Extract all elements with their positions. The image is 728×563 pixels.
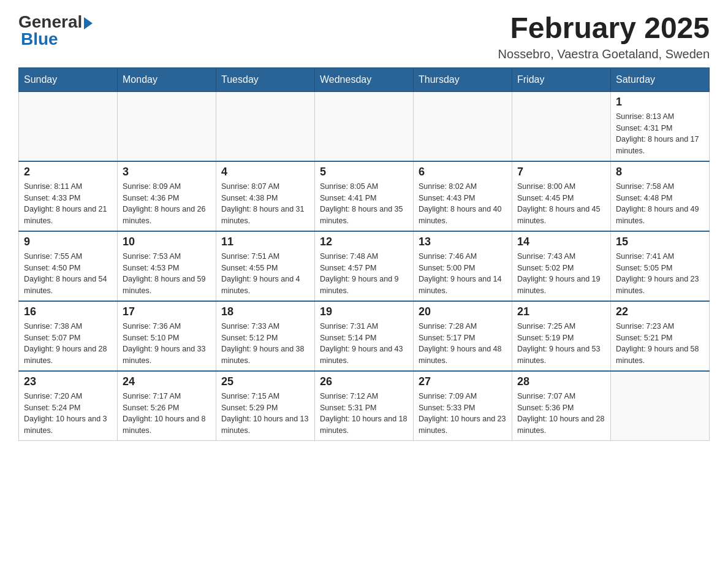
day-number: 18 xyxy=(221,305,309,318)
day-sun-info: Sunrise: 8:13 AMSunset: 4:31 PMDaylight:… xyxy=(616,111,704,157)
calendar-day-cell: 28Sunrise: 7:07 AMSunset: 5:36 PMDayligh… xyxy=(512,371,611,441)
day-number: 3 xyxy=(123,166,211,178)
calendar-day-cell: 5Sunrise: 8:05 AMSunset: 4:41 PMDaylight… xyxy=(315,161,414,231)
calendar-day-cell: 17Sunrise: 7:36 AMSunset: 5:10 PMDayligh… xyxy=(118,301,216,371)
calendar-day-cell: 22Sunrise: 7:23 AMSunset: 5:21 PMDayligh… xyxy=(611,301,710,371)
page-header: General Blue February 2025 Nossebro, Vae… xyxy=(18,12,710,61)
calendar-day-cell xyxy=(315,91,414,161)
day-number: 5 xyxy=(320,166,408,178)
day-number: 4 xyxy=(221,166,309,178)
calendar-day-cell: 8Sunrise: 7:58 AMSunset: 4:48 PMDaylight… xyxy=(611,161,710,231)
day-number: 9 xyxy=(24,236,112,248)
month-title: February 2025 xyxy=(498,12,710,45)
day-number: 20 xyxy=(419,305,507,318)
day-sun-info: Sunrise: 7:07 AMSunset: 5:36 PMDaylight:… xyxy=(517,391,605,437)
day-sun-info: Sunrise: 7:58 AMSunset: 4:48 PMDaylight:… xyxy=(616,181,704,227)
weekday-header-friday: Friday xyxy=(512,67,611,91)
calendar-day-cell: 10Sunrise: 7:53 AMSunset: 4:53 PMDayligh… xyxy=(118,231,216,301)
logo-arrow-icon xyxy=(84,17,93,29)
day-sun-info: Sunrise: 7:38 AMSunset: 5:07 PMDaylight:… xyxy=(24,321,112,367)
day-sun-info: Sunrise: 7:15 AMSunset: 5:29 PMDaylight:… xyxy=(221,391,309,437)
day-number: 26 xyxy=(320,375,408,388)
calendar-header-row: SundayMondayTuesdayWednesdayThursdayFrid… xyxy=(19,67,710,91)
day-number: 28 xyxy=(517,375,605,388)
day-sun-info: Sunrise: 7:28 AMSunset: 5:17 PMDaylight:… xyxy=(419,321,507,367)
calendar-week-row: 16Sunrise: 7:38 AMSunset: 5:07 PMDayligh… xyxy=(19,301,710,371)
calendar-day-cell: 12Sunrise: 7:48 AMSunset: 4:57 PMDayligh… xyxy=(315,231,414,301)
day-sun-info: Sunrise: 8:09 AMSunset: 4:36 PMDaylight:… xyxy=(123,181,211,227)
calendar-day-cell: 13Sunrise: 7:46 AMSunset: 5:00 PMDayligh… xyxy=(414,231,512,301)
calendar-day-cell: 18Sunrise: 7:33 AMSunset: 5:12 PMDayligh… xyxy=(216,301,315,371)
day-number: 27 xyxy=(419,375,507,388)
day-number: 23 xyxy=(24,375,112,388)
weekday-header-sunday: Sunday xyxy=(19,67,118,91)
day-sun-info: Sunrise: 8:02 AMSunset: 4:43 PMDaylight:… xyxy=(419,181,507,227)
calendar-day-cell xyxy=(19,91,118,161)
calendar-day-cell xyxy=(118,91,216,161)
day-sun-info: Sunrise: 8:00 AMSunset: 4:45 PMDaylight:… xyxy=(517,181,605,227)
calendar-day-cell: 3Sunrise: 8:09 AMSunset: 4:36 PMDaylight… xyxy=(118,161,216,231)
day-number: 14 xyxy=(517,236,605,248)
calendar-day-cell: 7Sunrise: 8:00 AMSunset: 4:45 PMDaylight… xyxy=(512,161,611,231)
calendar-day-cell: 21Sunrise: 7:25 AMSunset: 5:19 PMDayligh… xyxy=(512,301,611,371)
calendar-day-cell: 2Sunrise: 8:11 AMSunset: 4:33 PMDaylight… xyxy=(19,161,118,231)
day-sun-info: Sunrise: 7:31 AMSunset: 5:14 PMDaylight:… xyxy=(320,321,408,367)
calendar-day-cell: 15Sunrise: 7:41 AMSunset: 5:05 PMDayligh… xyxy=(611,231,710,301)
day-number: 16 xyxy=(24,305,112,318)
day-number: 25 xyxy=(221,375,309,388)
day-sun-info: Sunrise: 7:43 AMSunset: 5:02 PMDaylight:… xyxy=(517,251,605,297)
calendar-day-cell: 16Sunrise: 7:38 AMSunset: 5:07 PMDayligh… xyxy=(19,301,118,371)
weekday-header-saturday: Saturday xyxy=(611,67,710,91)
weekday-header-thursday: Thursday xyxy=(414,67,512,91)
calendar-week-row: 9Sunrise: 7:55 AMSunset: 4:50 PMDaylight… xyxy=(19,231,710,301)
day-sun-info: Sunrise: 8:07 AMSunset: 4:38 PMDaylight:… xyxy=(221,181,309,227)
calendar-day-cell: 1Sunrise: 8:13 AMSunset: 4:31 PMDaylight… xyxy=(611,91,710,161)
day-number: 21 xyxy=(517,305,605,318)
day-sun-info: Sunrise: 7:48 AMSunset: 4:57 PMDaylight:… xyxy=(320,251,408,297)
day-number: 24 xyxy=(123,375,211,388)
day-sun-info: Sunrise: 7:09 AMSunset: 5:33 PMDaylight:… xyxy=(419,391,507,437)
day-number: 12 xyxy=(320,236,408,248)
day-number: 8 xyxy=(616,166,704,178)
calendar-day-cell: 20Sunrise: 7:28 AMSunset: 5:17 PMDayligh… xyxy=(414,301,512,371)
calendar-week-row: 1Sunrise: 8:13 AMSunset: 4:31 PMDaylight… xyxy=(19,91,710,161)
day-sun-info: Sunrise: 7:55 AMSunset: 4:50 PMDaylight:… xyxy=(24,251,112,297)
calendar-day-cell: 23Sunrise: 7:20 AMSunset: 5:24 PMDayligh… xyxy=(19,371,118,441)
day-number: 22 xyxy=(616,305,704,318)
logo: General Blue xyxy=(18,12,93,49)
calendar-day-cell xyxy=(216,91,315,161)
calendar-day-cell: 25Sunrise: 7:15 AMSunset: 5:29 PMDayligh… xyxy=(216,371,315,441)
calendar-day-cell: 4Sunrise: 8:07 AMSunset: 4:38 PMDaylight… xyxy=(216,161,315,231)
calendar-table: SundayMondayTuesdayWednesdayThursdayFrid… xyxy=(18,67,710,441)
day-sun-info: Sunrise: 8:05 AMSunset: 4:41 PMDaylight:… xyxy=(320,181,408,227)
logo-blue: Blue xyxy=(18,29,58,49)
calendar-day-cell: 6Sunrise: 8:02 AMSunset: 4:43 PMDaylight… xyxy=(414,161,512,231)
calendar-day-cell xyxy=(512,91,611,161)
day-sun-info: Sunrise: 7:41 AMSunset: 5:05 PMDaylight:… xyxy=(616,251,704,297)
weekday-header-wednesday: Wednesday xyxy=(315,67,414,91)
location: Nossebro, Vaestra Goetaland, Sweden xyxy=(498,47,710,61)
day-sun-info: Sunrise: 7:36 AMSunset: 5:10 PMDaylight:… xyxy=(123,321,211,367)
day-sun-info: Sunrise: 7:53 AMSunset: 4:53 PMDaylight:… xyxy=(123,251,211,297)
title-area: February 2025 Nossebro, Vaestra Goetalan… xyxy=(498,12,710,61)
calendar-week-row: 23Sunrise: 7:20 AMSunset: 5:24 PMDayligh… xyxy=(19,371,710,441)
calendar-day-cell: 9Sunrise: 7:55 AMSunset: 4:50 PMDaylight… xyxy=(19,231,118,301)
calendar-day-cell: 14Sunrise: 7:43 AMSunset: 5:02 PMDayligh… xyxy=(512,231,611,301)
day-sun-info: Sunrise: 7:51 AMSunset: 4:55 PMDaylight:… xyxy=(221,251,309,297)
day-sun-info: Sunrise: 7:25 AMSunset: 5:19 PMDaylight:… xyxy=(517,321,605,367)
day-number: 13 xyxy=(419,236,507,248)
day-sun-info: Sunrise: 7:33 AMSunset: 5:12 PMDaylight:… xyxy=(221,321,309,367)
day-number: 19 xyxy=(320,305,408,318)
calendar-day-cell xyxy=(611,371,710,441)
day-sun-info: Sunrise: 7:12 AMSunset: 5:31 PMDaylight:… xyxy=(320,391,408,437)
calendar-day-cell: 27Sunrise: 7:09 AMSunset: 5:33 PMDayligh… xyxy=(414,371,512,441)
day-number: 7 xyxy=(517,166,605,178)
calendar-day-cell: 19Sunrise: 7:31 AMSunset: 5:14 PMDayligh… xyxy=(315,301,414,371)
day-number: 10 xyxy=(123,236,211,248)
calendar-day-cell: 26Sunrise: 7:12 AMSunset: 5:31 PMDayligh… xyxy=(315,371,414,441)
day-sun-info: Sunrise: 7:17 AMSunset: 5:26 PMDaylight:… xyxy=(123,391,211,437)
day-sun-info: Sunrise: 7:23 AMSunset: 5:21 PMDaylight:… xyxy=(616,321,704,367)
calendar-day-cell: 24Sunrise: 7:17 AMSunset: 5:26 PMDayligh… xyxy=(118,371,216,441)
day-sun-info: Sunrise: 8:11 AMSunset: 4:33 PMDaylight:… xyxy=(24,181,112,227)
calendar-day-cell: 11Sunrise: 7:51 AMSunset: 4:55 PMDayligh… xyxy=(216,231,315,301)
